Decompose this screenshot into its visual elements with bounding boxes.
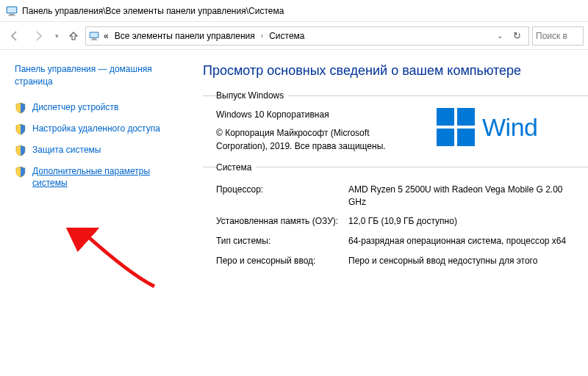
shield-icon xyxy=(15,102,26,114)
system-properties-table: Процессор: AMD Ryzen 5 2500U with Radeon… xyxy=(216,180,588,271)
sidebar-item-remote-settings[interactable]: Настройка удаленного доступа xyxy=(15,123,172,135)
sidebar-item-label: Диспетчер устройств xyxy=(32,101,118,113)
table-row: Тип системы: 64-разрядная операционная с… xyxy=(216,231,588,251)
navigation-bar: ▾ « Все элементы панели управления › Сис… xyxy=(0,22,588,50)
windows-logo-text: Wind xyxy=(482,113,537,142)
windows-edition: Windows 10 Корпоративная xyxy=(216,108,415,122)
svg-rect-2 xyxy=(10,14,14,15)
main-pane: Просмотр основных сведений о вашем компь… xyxy=(184,50,588,376)
svg-rect-1 xyxy=(7,7,16,12)
group-legend-windows: Выпуск Windows xyxy=(216,90,288,101)
system-icon xyxy=(89,31,99,41)
address-dropdown[interactable]: ⌄ xyxy=(494,32,506,40)
svg-rect-6 xyxy=(92,38,96,39)
system-group: Система Процессор: AMD Ryzen 5 2500U wit… xyxy=(203,162,588,274)
svg-rect-7 xyxy=(91,39,98,40)
address-bar[interactable]: « Все элементы панели управления › Систе… xyxy=(85,26,529,46)
table-row: Процессор: AMD Ryzen 5 2500U with Radeon… xyxy=(216,180,588,212)
up-button[interactable] xyxy=(65,26,82,46)
windows-logo-icon xyxy=(437,108,475,146)
shield-icon xyxy=(15,123,26,135)
sidebar-item-system-protection[interactable]: Защита системы xyxy=(15,144,172,156)
search-placeholder: Поиск в xyxy=(536,31,567,41)
sidebar-item-label: Защита системы xyxy=(32,144,101,156)
chevron-right-icon[interactable]: › xyxy=(259,32,265,40)
content-area: Панель управления — домашняя страница Ди… xyxy=(0,50,588,376)
table-row: Установленная память (ОЗУ): 12,0 ГБ (10,… xyxy=(216,212,588,231)
search-input[interactable]: Поиск в xyxy=(532,26,584,46)
cpu-label: Процессор: xyxy=(216,180,348,212)
window-titlebar: Панель управления\Все элементы панели уп… xyxy=(0,0,588,22)
svg-rect-3 xyxy=(8,15,15,15)
svg-rect-5 xyxy=(90,32,98,37)
ram-label: Установленная память (ОЗУ): xyxy=(216,212,348,231)
pen-touch-label: Перо и сенсорный ввод: xyxy=(216,251,348,271)
sidebar-item-device-manager[interactable]: Диспетчер устройств xyxy=(15,101,172,114)
shield-icon xyxy=(15,166,26,178)
back-button[interactable] xyxy=(4,26,25,46)
refresh-button[interactable]: ↻ xyxy=(509,30,526,41)
system-icon xyxy=(6,5,18,17)
recent-dropdown[interactable]: ▾ xyxy=(51,26,62,46)
windows-logo: Wind xyxy=(437,108,537,146)
sidebar: Панель управления — домашняя страница Ди… xyxy=(0,50,184,376)
ram-value: 12,0 ГБ (10,9 ГБ доступно) xyxy=(348,212,588,231)
group-legend-system: Система xyxy=(216,162,256,173)
pen-touch-value: Перо и сенсорный ввод недоступны для это… xyxy=(348,251,588,271)
page-title: Просмотр основных сведений о вашем компь… xyxy=(203,63,588,79)
windows-copyright: © Корпорация Майкрософт (Microsoft Corpo… xyxy=(216,126,415,153)
cpu-value: AMD Ryzen 5 2500U with Radeon Vega Mobil… xyxy=(348,180,588,212)
shield-icon xyxy=(15,145,26,156)
system-type-label: Тип системы: xyxy=(216,231,348,251)
control-panel-home-link[interactable]: Панель управления — домашняя страница xyxy=(15,63,172,88)
forward-button[interactable] xyxy=(28,26,49,46)
sidebar-item-label: Настройка удаленного доступа xyxy=(32,123,160,134)
breadcrumb-system[interactable]: Система xyxy=(268,31,306,41)
breadcrumb-all-items[interactable]: Все элементы панели управления xyxy=(113,31,257,41)
breadcrumb-prefix[interactable]: « xyxy=(102,31,110,41)
sidebar-item-label: Дополнительные параметры системы xyxy=(32,165,172,189)
windows-edition-group: Выпуск Windows Windows 10 Корпоративная … xyxy=(203,90,588,156)
system-type-value: 64-разрядная операционная система, проце… xyxy=(348,231,588,251)
sidebar-item-advanced-system-settings[interactable]: Дополнительные параметры системы xyxy=(15,165,172,189)
window-title: Панель управления\Все элементы панели уп… xyxy=(22,6,284,16)
table-row: Перо и сенсорный ввод: Перо и сенсорный … xyxy=(216,251,588,271)
